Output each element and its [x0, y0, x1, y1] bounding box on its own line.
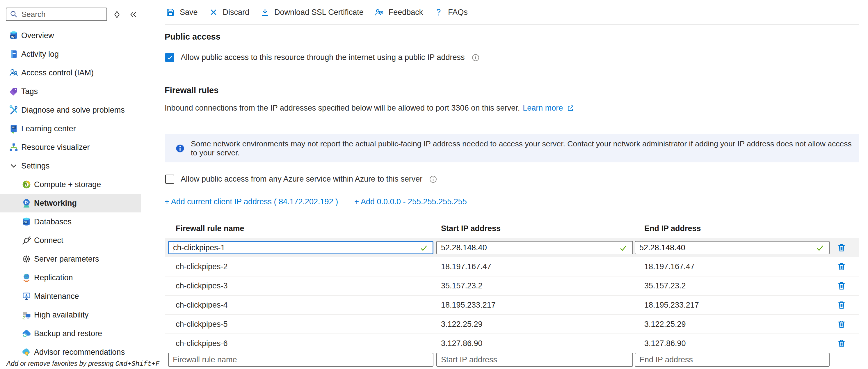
- info-icon[interactable]: [429, 175, 437, 184]
- sidebar-item-label: Resource visualizer: [21, 143, 90, 152]
- trash-icon: [836, 280, 847, 291]
- sidebar-item-backup-and-restore[interactable]: Backup and restore: [0, 324, 141, 343]
- firewall-rule-start-ip: 18.197.167.47: [441, 262, 491, 271]
- toolbar-button-label: FAQs: [448, 8, 468, 17]
- toolbar-button-label: Feedback: [389, 8, 423, 17]
- new-end-ip-input[interactable]: [635, 353, 830, 367]
- networking-icon: [22, 198, 31, 208]
- discard-icon: [209, 7, 218, 17]
- delete-rule-button[interactable]: [836, 319, 847, 330]
- azure-services-checkbox-row: Allow public access from any Azure servi…: [165, 175, 437, 184]
- sidebar-nav: MyOverviewActivity logAccess control (IA…: [0, 26, 151, 362]
- favorites-hint-text: Add or remove favorites by pressing: [6, 360, 116, 367]
- delete-rule-button[interactable]: [836, 242, 847, 253]
- info-banner: Some network environments may not report…: [165, 134, 859, 162]
- command-bar-divider: [165, 25, 859, 25]
- start-ip-input[interactable]: [436, 241, 633, 254]
- valid-check-icon: [816, 244, 825, 252]
- backup-restore-icon: [22, 329, 31, 338]
- firewall-rule-name: ch-clickpipes-3: [176, 281, 228, 290]
- sidebar-item-activity-log[interactable]: Activity log: [0, 45, 141, 63]
- sidebar-item-networking[interactable]: Networking: [0, 194, 141, 212]
- sidebar-item-settings[interactable]: Settings: [0, 157, 141, 175]
- sidebar: MyOverviewActivity logAccess control (IA…: [0, 0, 151, 369]
- sidebar-item-learning-center[interactable]: 101Learning center: [0, 119, 141, 138]
- command-bar: SaveDiscardDownload SSL CertificateFeedb…: [166, 4, 468, 20]
- server-parameters-icon: [22, 254, 31, 264]
- add-all-ips-link[interactable]: + Add 0.0.0.0 - 255.255.255.255: [354, 197, 467, 206]
- firewall-rule-name: ch-clickpipes-2: [176, 262, 228, 271]
- delete-rule-button[interactable]: [836, 300, 847, 310]
- delete-rule-button[interactable]: [836, 338, 847, 349]
- toolbar-button-label: Save: [180, 8, 198, 17]
- firewall-rule-row: ch-clickpipes-218.197.167.4718.197.167.4…: [165, 257, 859, 276]
- public-access-checkbox-row: Allow public access to this resource thr…: [165, 53, 480, 62]
- azure-services-checkbox[interactable]: [165, 175, 174, 184]
- sidebar-item-resource-visualizer[interactable]: Resource visualizer: [0, 138, 141, 157]
- sidebar-item-maintenance[interactable]: Maintenance: [0, 287, 141, 306]
- public-access-checkbox[interactable]: [165, 53, 174, 62]
- sidebar-item-replication[interactable]: Replication: [0, 268, 141, 287]
- collapse-sidebar-button[interactable]: [129, 10, 138, 19]
- diamond-toggle-button[interactable]: [112, 10, 122, 19]
- discard-button[interactable]: Discard: [209, 7, 250, 17]
- sidebar-item-high-availability[interactable]: High availability: [0, 306, 141, 324]
- firewall-rule-row: ch-clickpipes-53.122.25.293.122.25.29: [165, 315, 859, 334]
- info-icon[interactable]: [471, 53, 480, 62]
- trash-icon: [836, 338, 847, 349]
- sidebar-item-label: Replication: [34, 273, 73, 282]
- new-start-ip-input[interactable]: [436, 353, 633, 367]
- rule-name-input[interactable]: [168, 241, 433, 254]
- sidebar-item-compute-storage[interactable]: $Compute + storage: [0, 175, 141, 194]
- column-header-rule-name: Firewall rule name: [176, 224, 244, 233]
- search-input[interactable]: [21, 9, 103, 19]
- activity-log-icon: [9, 49, 19, 59]
- compute-storage-icon: $: [22, 180, 31, 189]
- new-rule-name-input[interactable]: [168, 353, 433, 367]
- column-header-end-ip: End IP address: [644, 224, 701, 233]
- firewall-rule-name: ch-clickpipes-4: [176, 301, 228, 310]
- sidebar-item-access-control-iam[interactable]: Access control (IAM): [0, 63, 141, 82]
- sidebar-item-overview[interactable]: MyOverview: [0, 26, 141, 45]
- sidebar-item-label: Tags: [21, 87, 38, 96]
- sidebar-item-label: Overview: [21, 31, 54, 40]
- faqs-button[interactable]: FAQs: [434, 7, 468, 17]
- advisor-icon: [22, 347, 31, 357]
- sidebar-item-tags[interactable]: Tags: [0, 82, 141, 101]
- sidebar-item-label: Advisor recommendations: [34, 348, 125, 357]
- end-ip-input[interactable]: [635, 241, 830, 254]
- sidebar-item-label: Maintenance: [34, 292, 79, 301]
- save-button[interactable]: Save: [166, 7, 198, 17]
- connect-icon: [22, 236, 31, 245]
- firewall-rule-end-ip: 3.127.86.90: [644, 339, 686, 348]
- add-current-client-ip-link[interactable]: + Add current client IP address ( 84.172…: [165, 197, 338, 206]
- download-ssl-certificate-button[interactable]: Download SSL Certificate: [260, 7, 364, 17]
- firewall-rule-rows: ch-clickpipes-218.197.167.4718.197.167.4…: [165, 257, 859, 353]
- firewall-rule-row: ch-clickpipes-335.157.23.235.157.23.2: [165, 276, 859, 296]
- firewall-rule-new-row: [165, 350, 859, 369]
- sidebar-item-server-parameters[interactable]: Server parameters: [0, 250, 141, 268]
- add-rule-links: + Add current client IP address ( 84.172…: [165, 197, 467, 206]
- sidebar-item-connect[interactable]: Connect: [0, 231, 141, 250]
- trash-icon: [836, 300, 847, 310]
- public-access-heading: Public access: [165, 32, 220, 41]
- feedback-button[interactable]: Feedback: [375, 7, 423, 17]
- delete-rule-button[interactable]: [836, 280, 847, 291]
- high-availability-icon: [22, 310, 31, 320]
- valid-check-icon: [420, 244, 428, 252]
- mysql-overview-icon: My: [9, 31, 19, 40]
- sidebar-item-advisor-recommendations[interactable]: Advisor recommendations: [0, 343, 141, 362]
- learning-center-icon: 101: [9, 124, 19, 133]
- learn-more-link[interactable]: Learn more: [523, 103, 563, 113]
- svg-text:101: 101: [12, 126, 16, 129]
- access-control-icon: [9, 68, 19, 78]
- sidebar-search[interactable]: [6, 7, 107, 21]
- faq-icon: [434, 7, 443, 17]
- networking-pane: SaveDiscardDownload SSL CertificateFeedb…: [165, 0, 859, 369]
- sidebar-item-diagnose-and-solve-problems[interactable]: Diagnose and solve problems: [0, 101, 141, 119]
- sidebar-item-label: Databases: [34, 217, 71, 226]
- sidebar-item-label: Networking: [34, 199, 77, 208]
- public-access-checkbox-label: Allow public access to this resource thr…: [181, 53, 465, 62]
- delete-rule-button[interactable]: [836, 261, 847, 272]
- sidebar-item-databases[interactable]: DBDatabases: [0, 212, 141, 231]
